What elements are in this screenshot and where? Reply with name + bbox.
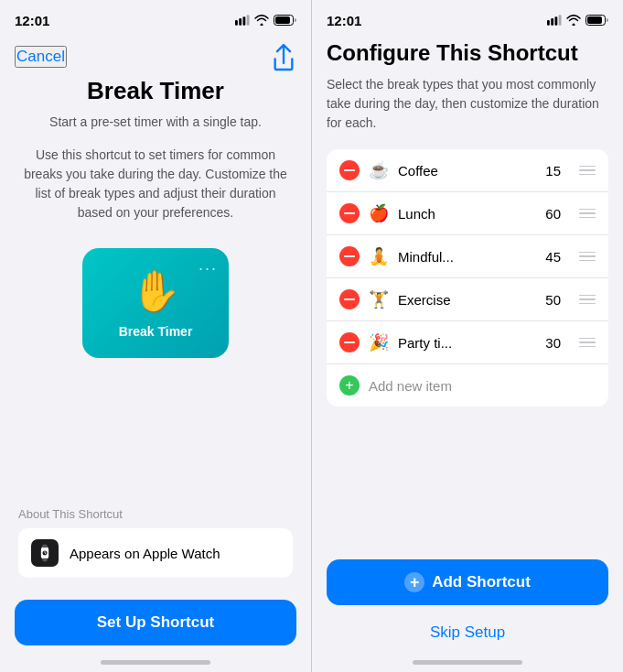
right-wifi-icon (566, 15, 581, 26)
bottom-actions: + Add Shortcut Skip Setup (312, 548, 623, 656)
more-dots: ··· (199, 259, 218, 278)
svg-rect-13 (559, 15, 562, 25)
left-nav-bar: Cancel (0, 40, 311, 77)
apple-watch-icon (31, 539, 59, 567)
svg-rect-15 (587, 16, 602, 24)
right-panel: 12:01 Configure This Shortcut Select the… (312, 0, 623, 672)
skip-setup-button[interactable]: Skip Setup (327, 616, 608, 649)
remove-exercise-button[interactable] (339, 289, 360, 309)
party-duration: 30 (545, 335, 561, 351)
lunch-name: Lunch (398, 206, 536, 222)
svg-rect-8 (43, 558, 48, 561)
party-name: Party ti... (398, 335, 536, 351)
add-shortcut-button[interactable]: + Add Shortcut (327, 559, 608, 605)
remove-mindful-button[interactable] (339, 246, 360, 266)
app-subtitle: Start a pre-set timer with a single tap. (49, 114, 262, 129)
apple-watch-label: Appears on Apple Watch (70, 546, 220, 561)
left-status-icons (235, 15, 296, 26)
add-shortcut-plus-icon: + (404, 572, 424, 592)
add-shortcut-label: Add Shortcut (432, 573, 531, 591)
add-new-label: Add new item (369, 378, 452, 394)
lunch-emoji: 🍎 (369, 203, 389, 223)
add-new-circle-button[interactable]: + (339, 375, 360, 396)
app-title: Break Timer (87, 77, 224, 105)
app-description: Use this shortcut to set timers for comm… (18, 146, 293, 222)
party-drag-handle[interactable] (579, 338, 596, 348)
signal-icon (235, 15, 250, 26)
right-content: Configure This Shortcut Select the break… (312, 40, 623, 548)
share-button[interactable] (271, 44, 296, 70)
mindful-duration: 45 (545, 249, 561, 265)
list-item: 🎉 Party ti... 30 (327, 321, 608, 364)
right-time: 12:01 (327, 13, 361, 28)
svg-rect-10 (547, 20, 550, 26)
svg-rect-2 (242, 16, 245, 25)
mindful-name: Mindful... (398, 249, 536, 265)
about-title: About This Shortcut (18, 507, 293, 521)
app-icon-label: Break Timer (119, 324, 193, 339)
svg-rect-5 (275, 16, 290, 24)
home-indicator-right (413, 660, 522, 665)
left-content: Break Timer Start a pre-set timer with a… (0, 77, 311, 600)
list-item: 🧘 Mindful... 45 (327, 235, 608, 278)
list-item: 🍎 Lunch 60 (327, 192, 608, 235)
svg-rect-7 (43, 545, 48, 547)
right-status-icons (547, 15, 608, 26)
wifi-icon (254, 15, 269, 26)
remove-party-button[interactable] (339, 332, 360, 352)
left-status-bar: 12:01 (0, 0, 311, 40)
svg-rect-11 (551, 18, 553, 26)
about-section: About This Shortcut Appears on Apple Wat… (18, 507, 293, 600)
exercise-name: Exercise (398, 292, 536, 308)
exercise-emoji: 🏋️ (369, 289, 389, 309)
right-status-bar: 12:01 (312, 0, 623, 40)
remove-lunch-button[interactable] (339, 203, 360, 223)
svg-rect-12 (554, 16, 557, 25)
remove-coffee-button[interactable] (339, 160, 360, 180)
cancel-button[interactable]: Cancel (15, 46, 67, 68)
coffee-duration: 15 (545, 163, 561, 179)
lunch-duration: 60 (545, 206, 561, 222)
party-emoji: 🎉 (369, 332, 389, 352)
coffee-name: Coffee (398, 163, 536, 179)
mindful-emoji: 🧘 (369, 246, 389, 266)
items-list: ☕ Coffee 15 🍎 Lunch 60 🧘 Mindful... 45 (327, 149, 608, 406)
left-time: 12:01 (15, 13, 49, 28)
svg-rect-0 (235, 20, 238, 26)
setup-shortcut-button[interactable]: Set Up Shortcut (15, 600, 296, 645)
svg-rect-1 (239, 18, 242, 26)
mindful-drag-handle[interactable] (579, 252, 596, 262)
configure-description: Select the break types that you most com… (327, 75, 608, 133)
left-panel: 12:01 Cancel (0, 0, 312, 672)
list-item: ☕ Coffee 15 (327, 149, 608, 192)
app-icon-container: ··· ✋ Break Timer (82, 248, 229, 358)
svg-rect-3 (247, 15, 250, 25)
apple-watch-item: Appears on Apple Watch (18, 528, 293, 578)
home-indicator-left (101, 660, 210, 665)
right-battery-icon (585, 15, 608, 26)
add-new-item-row[interactable]: + Add new item (327, 364, 608, 406)
battery-icon (274, 15, 296, 26)
right-signal-icon (547, 15, 562, 26)
hand-icon: ✋ (131, 267, 181, 315)
coffee-emoji: ☕ (369, 160, 389, 180)
configure-title: Configure This Shortcut (327, 40, 608, 66)
lunch-drag-handle[interactable] (579, 209, 596, 219)
exercise-duration: 50 (545, 292, 561, 308)
list-item: 🏋️ Exercise 50 (327, 278, 608, 321)
coffee-drag-handle[interactable] (579, 166, 596, 176)
exercise-drag-handle[interactable] (579, 295, 596, 305)
